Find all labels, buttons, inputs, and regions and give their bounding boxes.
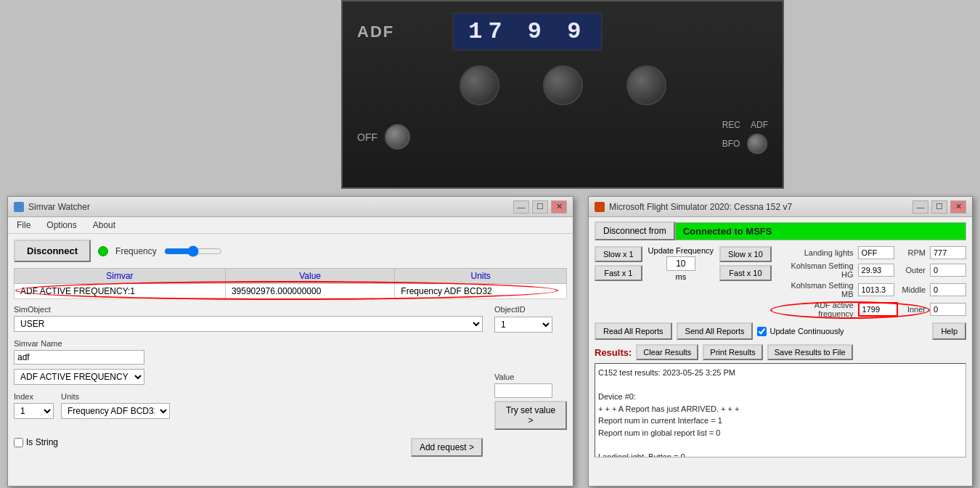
cell-simvar: ADF ACTIVE FREQUENCY:1 (15, 284, 226, 299)
knob-center[interactable] (543, 65, 583, 105)
outer-label: Outer (902, 266, 926, 274)
simobject-select[interactable]: USER (14, 316, 483, 332)
disconnect-button[interactable]: Disconnect (14, 240, 91, 262)
msfs-titlebar: Microsoft Flight Simulator 2020: Cessna … (589, 197, 972, 217)
simvar-table: Simvar Value Units ADF ACTIVE FREQUENCY:… (14, 268, 567, 299)
connected-bar: Connected to MSFS (675, 222, 966, 240)
simvar-table-container: Simvar Value Units ADF ACTIVE FREQUENCY:… (14, 268, 567, 299)
units-select[interactable]: Frequency ADF BCD32 (61, 403, 170, 419)
close-button[interactable]: ✕ (551, 200, 567, 214)
results-spacer-2 (598, 439, 963, 451)
update-freq-ms: ms (675, 272, 686, 281)
cell-units: Frequency ADF BCD32 (395, 284, 567, 299)
units-label: Units (61, 392, 170, 401)
outer-value[interactable] (930, 264, 966, 277)
menu-options[interactable]: Options (42, 219, 81, 232)
send-all-button[interactable]: Send All Reports (677, 322, 754, 340)
adf-right-label: ADF (751, 120, 768, 130)
save-results-button[interactable]: Save Results to File (767, 344, 853, 360)
results-line-5: Report num in global report list = 0 (598, 427, 963, 439)
rpm-label: RPM (902, 248, 926, 257)
maximize-button[interactable]: ☐ (532, 200, 548, 214)
results-line-4: Report num in current Interface = 1 (598, 415, 963, 427)
adf-freq-label: ADF active frequency (777, 301, 854, 318)
clear-results-button[interactable]: Clear Results (636, 344, 698, 360)
update-freq-input[interactable] (666, 256, 695, 271)
knob-left[interactable] (460, 65, 499, 105)
col-units: Units (395, 269, 567, 284)
col-simvar: Simvar (15, 269, 226, 284)
rec-label: REC (722, 120, 740, 130)
inner-label: Inner (902, 305, 926, 314)
slow-x10-button[interactable]: Slow x 10 (719, 246, 772, 262)
print-results-button[interactable]: Print Results (703, 344, 762, 360)
adf-off-label: OFF (357, 131, 377, 143)
msfs-title: Microsoft Flight Simulator 2020: Cessna … (609, 202, 792, 212)
kohlsman-hg-value[interactable] (858, 264, 894, 277)
cell-value: 395902976.000000000 (225, 284, 394, 299)
disconnect-from-button[interactable]: Disconnect from (595, 221, 675, 240)
results-label: Results: (595, 347, 632, 358)
middle-label: Middle (902, 285, 926, 294)
is-string-checkbox[interactable] (14, 438, 23, 447)
objectid-label: ObjectID (494, 305, 567, 314)
fast-x1-button[interactable]: Fast x 1 (595, 265, 642, 281)
adf-label: ADF (357, 23, 394, 41)
update-continuously-checkbox[interactable] (757, 327, 767, 336)
inner-value[interactable] (930, 303, 966, 316)
read-all-button[interactable]: Read All Reports (595, 322, 672, 340)
small-knob-right[interactable] (747, 134, 767, 154)
msfs-top-row: Disconnect from Connected to MSFS (595, 221, 966, 240)
knob-right[interactable] (626, 65, 666, 105)
msfs-maximize-button[interactable]: ☐ (931, 200, 947, 214)
menu-file[interactable]: File (12, 219, 35, 232)
status-dot (98, 246, 108, 256)
msfs-minimize-button[interactable]: — (912, 200, 928, 214)
kohlsman-mb-value[interactable] (858, 283, 894, 296)
middle-value[interactable] (930, 283, 966, 296)
msfs-icon (595, 202, 605, 212)
results-spacer-1 (598, 379, 963, 391)
index-select[interactable]: 1 (14, 403, 54, 419)
rpm-value[interactable] (930, 246, 966, 259)
small-knob-left[interactable] (385, 124, 410, 150)
results-textbox[interactable]: C152 test results: 2023-05-25 3:25 PM De… (595, 363, 966, 458)
update-frequency-col: Update Frequency ms (648, 246, 714, 281)
results-line-2: Device #0: (598, 391, 963, 403)
simvar-icon (14, 202, 24, 212)
fast-x10-button[interactable]: Fast x 10 (719, 265, 772, 281)
bfo-label: BFO (722, 139, 740, 149)
simvar-name-input[interactable] (14, 350, 144, 365)
frequency-slider[interactable] (164, 245, 222, 257)
kohlsman-mb-label: Kohlsman Setting MB (777, 281, 854, 298)
minimize-button[interactable]: — (513, 200, 529, 214)
value-input[interactable] (494, 383, 552, 398)
update-freq-label: Update Frequency (648, 246, 714, 255)
menu-bar: File Options About (8, 217, 573, 234)
landing-lights-value[interactable] (858, 246, 894, 259)
try-set-button[interactable]: Try set value > (494, 401, 567, 430)
results-line-3: + + + A Report has just ARRIVED. + + + (598, 403, 963, 415)
help-button[interactable]: Help (932, 322, 966, 340)
simvar-title: Simvar Watcher (28, 202, 90, 212)
adf-panel: ADF 17 9 9 OFF REC ADF BFO (341, 0, 784, 189)
menu-about[interactable]: About (89, 219, 120, 232)
objectid-select[interactable]: 1 (494, 317, 552, 333)
update-continuously-label: Update Continuously (769, 327, 844, 336)
table-row[interactable]: ADF ACTIVE FREQUENCY:1 395902976.0000000… (15, 284, 567, 299)
msfs-action-row: Read All Reports Send All Reports Update… (595, 322, 966, 340)
adf-freq-value[interactable] (858, 302, 898, 317)
frequency-label: Frequency (115, 246, 157, 256)
simvar-dropdown[interactable]: ADF ACTIVE FREQUENCY (14, 369, 144, 385)
slow-x1-button[interactable]: Slow x 1 (595, 246, 642, 262)
simvar-titlebar: Simvar Watcher — ☐ ✕ (8, 197, 573, 217)
simvar-window: Simvar Watcher — ☐ ✕ File Options About … (7, 196, 573, 487)
add-request-button[interactable]: Add request > (411, 438, 483, 457)
value-label: Value (494, 373, 514, 381)
simvar-name-label: Simvar Name (14, 339, 483, 348)
adf-display: 17 9 9 (452, 12, 603, 51)
index-label: Index (14, 392, 54, 401)
simobject-label: SimObject (14, 305, 483, 314)
results-section: Results: Clear Results Print Results Sav… (595, 344, 966, 458)
msfs-close-button[interactable]: ✕ (950, 200, 966, 214)
